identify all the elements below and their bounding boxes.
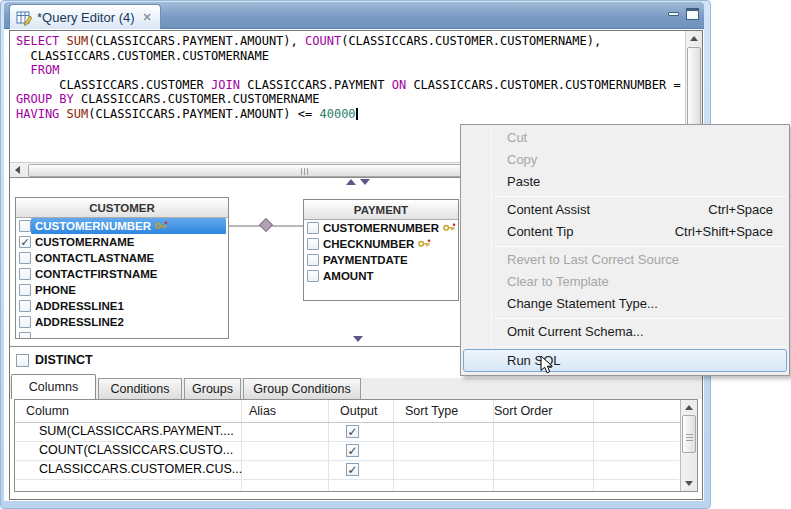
menu-separator — [495, 196, 787, 197]
column-checkbox[interactable] — [19, 284, 31, 296]
menu-item-content-tip[interactable]: Content TipCtrl+Shift+Space — [461, 221, 789, 243]
diagram-column-row[interactable]: CUSTOMERNUMBER — [16, 218, 228, 234]
scroll-down-icon[interactable] — [685, 481, 693, 486]
menu-item-label: Omit Current Schema... — [507, 324, 644, 339]
key-icon — [418, 238, 431, 250]
diagram-column-row[interactable]: ADDRESSLINE1 — [16, 298, 228, 314]
menu-separator — [495, 246, 787, 247]
menu-item-label: Revert to Last Correct Source — [507, 252, 679, 267]
diagram-column-row[interactable]: PAYMENTDATE — [304, 252, 458, 268]
grid-header-sort-order[interactable]: Sort Order — [494, 400, 552, 422]
diagram-table-title: PAYMENT — [304, 200, 458, 220]
grid-cell-column: COUNT(CLASSICCARS.CUSTO... — [39, 441, 233, 460]
output-checkbox[interactable]: ✓ — [346, 463, 359, 476]
scroll-up-icon[interactable] — [685, 405, 693, 410]
tab-close-icon[interactable]: ✕ — [140, 10, 154, 24]
menu-item-label: Clear to Template — [507, 274, 609, 289]
column-checkbox[interactable] — [19, 252, 31, 264]
distinct-checkbox[interactable] — [16, 354, 29, 367]
columns-grid: ColumnAliasOutputSort TypeSort Order SUM… — [14, 399, 698, 492]
grid-cell-column: SUM(CLASSICCARS.PAYMENT.... — [39, 422, 234, 441]
splitter-collapse-up-icon[interactable] — [346, 179, 356, 185]
splitter-collapse-down-icon[interactable] — [360, 179, 370, 185]
sql-code-line: GROUP BY CLASSICCARS.CUSTOMER.CUSTOMERNA… — [16, 92, 683, 107]
diagram-column-row[interactable] — [16, 330, 228, 339]
grid-column-divider — [393, 400, 394, 491]
menu-item-label: Content Assist — [507, 202, 590, 217]
column-checkbox[interactable] — [307, 238, 319, 250]
tab-query-editor[interactable]: *Query Editor (4) ✕ — [9, 4, 161, 29]
scroll-left-icon[interactable] — [15, 166, 20, 174]
column-label: ADDRESSLINE2 — [31, 314, 228, 330]
output-checkbox[interactable]: ✓ — [346, 425, 359, 438]
grid-vscroll-thumb[interactable] — [682, 415, 696, 453]
distinct-option: DISTINCT — [16, 353, 93, 367]
column-checkbox[interactable] — [307, 254, 319, 266]
join-diamond[interactable] — [259, 218, 273, 232]
grid-vertical-scrollbar[interactable] — [680, 400, 697, 491]
distinct-label: DISTINCT — [35, 353, 93, 367]
diagram-column-row[interactable]: CONTACTLASTNAME — [16, 250, 228, 266]
column-checkbox[interactable] — [19, 268, 31, 280]
grid-header-column[interactable]: Column — [26, 400, 69, 422]
grid-header-sort-type[interactable]: Sort Type — [405, 400, 458, 422]
menu-item-omit-current-schema[interactable]: Omit Current Schema... — [461, 321, 789, 343]
diagram-column-row[interactable]: PHONE — [16, 282, 228, 298]
menu-item-label: Copy — [507, 152, 537, 167]
diagram-column-row[interactable]: CONTACTFIRSTNAME — [16, 266, 228, 282]
column-label: PAYMENTDATE — [319, 252, 458, 268]
column-label — [31, 330, 228, 339]
sql-code-line: FROM — [16, 63, 683, 78]
column-label: CONTACTLASTNAME — [31, 250, 228, 266]
maximize-icon[interactable] — [686, 8, 699, 20]
column-checkbox[interactable] — [307, 270, 319, 282]
output-checkbox[interactable]: ✓ — [346, 444, 359, 457]
sql-code-line: SELECT SUM(CLASSICCARS.PAYMENT.AMOUNT), … — [16, 34, 683, 49]
column-checkbox[interactable] — [19, 332, 31, 339]
column-label: AMOUNT — [319, 268, 458, 284]
editor-context-menu: CutCopyPasteContent AssistCtrl+SpaceCont… — [460, 124, 790, 376]
tab-groups[interactable]: Groups — [184, 378, 241, 399]
scroll-up-icon[interactable] — [690, 36, 698, 41]
sql-code-line: CLASSICCARS.CUSTOMER.CUSTOMERNAME — [16, 49, 683, 64]
editor-tab-bar: *Query Editor (4) ✕ — [4, 2, 704, 29]
diagram-column-row[interactable]: CUSTOMERNUMBER — [304, 220, 458, 236]
menu-item-content-assist[interactable]: Content AssistCtrl+Space — [461, 199, 789, 221]
menu-item-run-sql[interactable]: Run SQL — [461, 349, 789, 373]
column-label: CHECKNUMBER — [319, 236, 458, 252]
tab-group-conditions[interactable]: Group Conditions — [243, 378, 361, 399]
menu-item-copy: Copy — [461, 149, 789, 171]
grid-column-divider — [493, 400, 494, 491]
menu-item-label: Cut — [507, 130, 527, 145]
column-checkbox[interactable]: ✓ — [19, 236, 31, 248]
column-checkbox[interactable] — [19, 300, 31, 312]
column-checkbox[interactable] — [19, 220, 31, 232]
diagram-table-payment[interactable]: PAYMENTCUSTOMERNUMBERCHECKNUMBERPAYMENTD… — [303, 199, 459, 301]
column-label: CUSTOMERNUMBER — [319, 220, 458, 236]
menu-separator — [495, 318, 787, 319]
sql-code-line: CLASSICCARS.CUSTOMER JOIN CLASSICCARS.PA… — [16, 78, 683, 93]
menu-item-shortcut: Ctrl+Shift+Space — [675, 221, 773, 243]
menu-item-label: Paste — [507, 174, 540, 189]
diagram-column-row[interactable]: AMOUNT — [304, 268, 458, 284]
column-checkbox[interactable] — [307, 222, 319, 234]
tab-columns[interactable]: Columns — [11, 374, 96, 399]
minimize-icon[interactable] — [668, 12, 679, 16]
menu-item-revert-to-last-correct-source: Revert to Last Correct Source — [461, 249, 789, 271]
diagram-column-row[interactable]: ✓CUSTOMERNAME — [16, 234, 228, 250]
diagram-table-customer[interactable]: CUSTOMERCUSTOMERNUMBER✓CUSTOMERNAMECONTA… — [15, 197, 229, 339]
tab-conditions[interactable]: Conditions — [98, 378, 182, 399]
grid-cell-column: CLASSICCARS.CUSTOMER.CUS... — [39, 460, 242, 479]
menu-item-paste[interactable]: Paste — [461, 171, 789, 193]
menu-item-cut: Cut — [461, 127, 789, 149]
grid-header-output[interactable]: Output — [340, 400, 378, 422]
diagram-collapse-down-icon[interactable] — [353, 336, 363, 342]
diagram-column-row[interactable]: CHECKNUMBER — [304, 236, 458, 252]
diagram-table-title: CUSTOMER — [16, 198, 228, 218]
column-label: CUSTOMERNUMBER — [31, 218, 226, 234]
column-checkbox[interactable] — [19, 316, 31, 328]
column-label: CUSTOMERNAME — [31, 234, 228, 250]
diagram-column-row[interactable]: ADDRESSLINE2 — [16, 314, 228, 330]
grid-header-alias[interactable]: Alias — [249, 400, 276, 422]
menu-item-change-statement-type[interactable]: Change Statement Type... — [461, 293, 789, 315]
